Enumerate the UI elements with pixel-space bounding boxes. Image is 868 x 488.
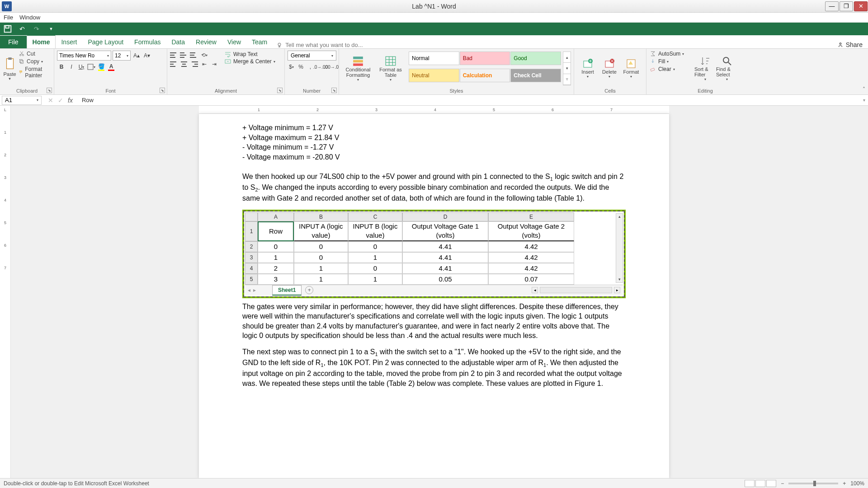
- cell-B5[interactable]: 1: [294, 274, 348, 285]
- tell-me-search[interactable]: Tell me what you want to do...: [276, 42, 363, 48]
- align-top-icon[interactable]: [170, 51, 179, 60]
- view-mode-buttons[interactable]: [745, 480, 776, 487]
- increase-indent-icon[interactable]: ⇥: [210, 60, 219, 69]
- cell-D1[interactable]: Output Voltage Gate 1 (volts): [402, 221, 488, 241]
- wrap-text-button[interactable]: Wrap Text: [224, 51, 283, 58]
- embedded-excel-object[interactable]: A B C D E 1 Row INPUT A (logic value) IN…: [242, 210, 626, 298]
- find-select-button[interactable]: Find & Select▾: [716, 51, 738, 86]
- style-good[interactable]: Good: [510, 52, 561, 65]
- tab-page-layout[interactable]: Page Layout: [82, 36, 129, 48]
- font-name-combo[interactable]: Times New Ro▾: [57, 51, 111, 61]
- tab-team[interactable]: Team: [246, 36, 273, 48]
- underline-button[interactable]: U▾: [77, 62, 86, 71]
- cell-A2[interactable]: 0: [258, 241, 294, 252]
- sheet-nav-prev-icon[interactable]: ◂: [248, 286, 250, 294]
- menu-file[interactable]: File: [4, 14, 13, 21]
- number-format-combo[interactable]: General▾: [288, 51, 336, 61]
- increase-font-icon[interactable]: A▴: [132, 51, 141, 60]
- font-size-combo[interactable]: 12▾: [113, 51, 131, 61]
- tab-file[interactable]: File: [0, 36, 27, 48]
- align-center-icon[interactable]: [180, 60, 189, 69]
- save-icon[interactable]: [3, 24, 13, 34]
- align-left-icon[interactable]: [170, 60, 179, 69]
- fx-icon[interactable]: fx: [68, 97, 73, 104]
- orientation-icon[interactable]: ⟲▾: [200, 51, 209, 60]
- col-header-D[interactable]: D: [402, 212, 488, 221]
- col-header-A[interactable]: A: [258, 212, 294, 221]
- align-right-icon[interactable]: [190, 60, 199, 69]
- object-horizontal-scrollbar[interactable]: ◂▸: [532, 287, 620, 293]
- zoom-out-icon[interactable]: −: [781, 480, 784, 487]
- enter-entry-icon[interactable]: ✓: [58, 97, 63, 104]
- decrease-font-icon[interactable]: A▾: [142, 51, 151, 60]
- accounting-format-icon[interactable]: $▾: [288, 62, 295, 71]
- tab-home[interactable]: Home: [27, 35, 56, 48]
- zoom-level[interactable]: 100%: [850, 480, 864, 487]
- style-check-cell[interactable]: Check Cell: [510, 69, 561, 82]
- formula-value[interactable]: Row: [77, 97, 94, 103]
- fill-button[interactable]: Fill▾: [649, 58, 694, 65]
- corner-header[interactable]: [245, 212, 258, 221]
- minimize-button[interactable]: —: [825, 1, 839, 11]
- redo-icon[interactable]: ↷: [32, 24, 42, 34]
- row-header-5[interactable]: 5: [245, 274, 258, 285]
- merge-center-button[interactable]: Merge & Center▾: [224, 58, 283, 65]
- restore-button[interactable]: ❐: [840, 1, 853, 11]
- collapse-ribbon-icon[interactable]: ˄: [863, 86, 865, 93]
- cell-C5[interactable]: 1: [348, 274, 402, 285]
- cell-A3[interactable]: 1: [258, 252, 294, 263]
- cell-A4[interactable]: 2: [258, 263, 294, 274]
- cell-E3[interactable]: 4.42: [488, 252, 574, 263]
- cell-C1[interactable]: INPUT B (logic value): [348, 221, 402, 241]
- delete-cells-button[interactable]: Delete▾: [599, 51, 620, 86]
- tab-view[interactable]: View: [222, 36, 246, 48]
- object-vertical-scrollbar[interactable]: ▴▾: [616, 213, 623, 283]
- undo-icon[interactable]: ↶: [17, 24, 27, 34]
- borders-button[interactable]: ▾: [87, 62, 96, 71]
- row-header-4[interactable]: 4: [245, 263, 258, 274]
- style-normal[interactable]: Normal: [409, 52, 459, 65]
- italic-button[interactable]: I: [67, 62, 76, 71]
- expand-formula-bar-icon[interactable]: ▾: [863, 98, 865, 103]
- align-middle-icon[interactable]: [180, 51, 189, 60]
- tab-insert[interactable]: Insert: [56, 36, 82, 48]
- tab-review[interactable]: Review: [190, 36, 222, 48]
- style-calculation[interactable]: Calculation: [460, 69, 510, 82]
- row-header-1[interactable]: 1: [245, 221, 258, 241]
- cell-D4[interactable]: 4.41: [402, 263, 488, 274]
- name-box[interactable]: A1▾: [2, 96, 42, 105]
- cell-B1[interactable]: INPUT A (logic value): [294, 221, 348, 241]
- row-header-2[interactable]: 2: [245, 241, 258, 252]
- format-painter-button[interactable]: Format Painter: [19, 66, 51, 79]
- clipboard-launcher[interactable]: ⬊: [47, 88, 52, 93]
- conditional-formatting-button[interactable]: Conditional Formatting▾: [342, 51, 374, 86]
- clear-button[interactable]: Clear▾: [649, 66, 694, 72]
- print-layout-icon[interactable]: [755, 480, 765, 487]
- bold-button[interactable]: B: [57, 62, 66, 71]
- cell-E2[interactable]: 4.42: [488, 241, 574, 252]
- zoom-in-icon[interactable]: +: [843, 480, 846, 487]
- col-header-E[interactable]: E: [488, 212, 574, 221]
- style-gallery-scroll[interactable]: ▴▾▿: [563, 52, 571, 85]
- read-mode-icon[interactable]: [745, 480, 755, 487]
- autosum-button[interactable]: AutoSum▾: [649, 51, 694, 57]
- format-cells-button[interactable]: Format▾: [620, 51, 642, 86]
- format-as-table-button[interactable]: Format as Table▾: [374, 51, 407, 86]
- cell-B3[interactable]: 0: [294, 252, 348, 263]
- share-button[interactable]: Share: [837, 41, 863, 48]
- sort-filter-button[interactable]: Sort & Filter▾: [694, 51, 716, 86]
- tab-data[interactable]: Data: [166, 36, 190, 48]
- font-launcher[interactable]: ⬊: [160, 88, 165, 93]
- align-bottom-icon[interactable]: [190, 51, 199, 60]
- sheet-nav-next-icon[interactable]: ▸: [253, 286, 256, 294]
- row-header-3[interactable]: 3: [245, 252, 258, 263]
- copy-button[interactable]: Copy▾: [19, 58, 51, 65]
- style-bad[interactable]: Bad: [460, 52, 510, 65]
- cell-C2[interactable]: 0: [348, 241, 402, 252]
- cell-E4[interactable]: 4.42: [488, 263, 574, 274]
- menu-window[interactable]: Window: [19, 14, 40, 21]
- number-launcher[interactable]: ⬊: [331, 88, 337, 93]
- cell-C3[interactable]: 1: [348, 252, 402, 263]
- insert-cells-button[interactable]: Insert▾: [577, 51, 599, 86]
- cancel-entry-icon[interactable]: ✕: [48, 97, 53, 104]
